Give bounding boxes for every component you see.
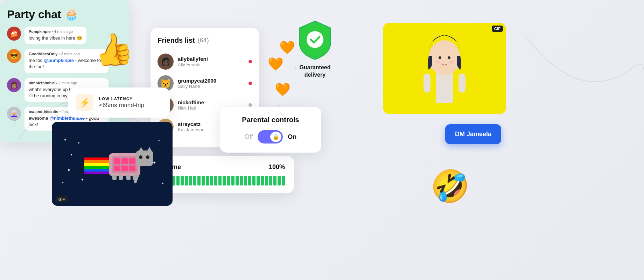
- chat-bubble-1: Pumpkinpie • 4 mins ago loving the vibes…: [24, 27, 86, 44]
- friend-dot-1: [248, 60, 252, 63]
- uptime-bar: [206, 176, 209, 186]
- heart-2: 🧡: [268, 57, 284, 71]
- friend-avatar-1: 👩🏿: [158, 54, 174, 70]
- chat-text-1: loving the vibes in here 😊: [29, 35, 82, 41]
- uptime-bar: [252, 176, 255, 186]
- uptime-bar: [231, 176, 234, 186]
- nyan-gif-badge: GIF: [56, 196, 67, 202]
- uptime-bar: [240, 176, 243, 186]
- friend-name-3: nickoftime: [178, 99, 244, 105]
- svg-point-0: [307, 31, 323, 48]
- uptime-bar: [202, 176, 205, 186]
- friend-dot-3: [248, 103, 252, 107]
- svg-point-2: [429, 40, 460, 75]
- party-chat-card: Party chat 🧁 🍰 Pumpkinpie • 4 mins ago l…: [0, 0, 130, 142]
- friend-real-2: Sally Harte: [178, 84, 244, 89]
- uptime-bar: [210, 176, 213, 186]
- svg-rect-7: [424, 74, 430, 93]
- svg-rect-8: [458, 74, 465, 93]
- anime-gif-badge: GIF: [492, 26, 503, 32]
- friends-list-title: Friends list: [158, 36, 195, 44]
- uptime-bar: [197, 176, 201, 186]
- uptime-bar: [265, 176, 268, 186]
- friend-name-1: allyballyfeni: [178, 56, 244, 62]
- friend-item-1: 👩🏿 allyballyfeni Ally Fenobi: [158, 51, 252, 72]
- svg-point-6: [449, 60, 454, 64]
- uptime-bar: [227, 176, 230, 186]
- chat-meta-3: nimblethimble • 2 mins ago: [29, 81, 104, 85]
- svg-point-5: [435, 60, 440, 64]
- uptime-bar: [172, 176, 175, 186]
- rofl-emoji: 🤣: [430, 168, 470, 205]
- arrow-up-1: ↑: [13, 117, 17, 125]
- uptime-bar: [248, 176, 251, 186]
- friend-real-1: Ally Fenobi: [178, 62, 244, 67]
- uptime-bar: [181, 176, 184, 186]
- nyan-cat-gif: ✦ ✦ ✦ ✦ ✦ ✦ ✦ ✦ ✦: [52, 122, 173, 206]
- toggle-off-label: Off: [245, 133, 253, 141]
- delivery-badge: Guaranteeddelivery: [296, 19, 334, 79]
- uptime-bar: [282, 176, 285, 186]
- uptime-bar: [269, 176, 272, 186]
- uptime-bar: [244, 176, 247, 186]
- uptime-bar: [189, 176, 192, 186]
- uptime-bar: [261, 176, 264, 186]
- uptime-bar: [176, 176, 180, 186]
- friends-count: (64): [198, 37, 209, 44]
- uptime-bars: [160, 176, 285, 186]
- svg-point-4: [448, 56, 450, 59]
- party-chat-title: Party chat 🧁: [7, 8, 122, 21]
- parental-controls-title: Parental controls: [230, 116, 312, 124]
- friend-dot-2: [248, 82, 252, 85]
- anime-gif: GIF: [383, 23, 506, 114]
- thumbs-up-emoji: 👍: [91, 28, 136, 71]
- shield-icon: [296, 19, 334, 61]
- parental-controls-card: Parental controls Off 🔒 On: [220, 107, 321, 153]
- toggle-on-label: On: [288, 133, 296, 141]
- arrow-up-2: ↑: [55, 112, 59, 120]
- toggle-thumb: 🔒: [270, 132, 281, 142]
- chat-avatar-3: 👩🏽: [7, 78, 21, 92]
- parental-toggle[interactable]: 🔒: [258, 130, 283, 144]
- latency-value: <65ms round-trip: [99, 102, 144, 109]
- uptime-bar: [193, 176, 196, 186]
- latency-card: ⚡ LOW LATENCY <65ms round-trip: [68, 88, 170, 118]
- chat-meta-2: GoodVibesOnly • 3 mins ago: [29, 52, 104, 56]
- svg-point-3: [439, 56, 441, 59]
- uptime-bar: [273, 176, 276, 186]
- chat-avatar-1: 🍰: [7, 27, 21, 41]
- latency-label: LOW LATENCY: [99, 97, 144, 101]
- uptime-bar: [185, 176, 188, 186]
- delivery-text: Guaranteeddelivery: [300, 64, 331, 79]
- uptime-bar: [218, 176, 222, 186]
- uptime-percentage: 100%: [269, 163, 285, 171]
- chat-avatar-2: 😎: [7, 49, 21, 63]
- svg-rect-1: [436, 72, 453, 103]
- friend-name-2: grumpycat2000: [178, 78, 244, 84]
- uptime-bar: [257, 176, 260, 186]
- uptime-bar: [223, 176, 226, 186]
- uptime-bar: [236, 176, 239, 186]
- latency-icon: ⚡: [76, 94, 93, 111]
- heart-1: 🧡: [279, 40, 295, 55]
- uptime-bar: [214, 176, 217, 186]
- uptime-bar: [278, 176, 281, 186]
- chat-text-2: me too @pumpkinpie - welcome to the fun!: [29, 57, 104, 70]
- friend-item-2: 😾 grumpycat2000 Sally Harte: [158, 72, 252, 94]
- heart-3: 🧡: [275, 82, 290, 97]
- chat-meta-1: Pumpkinpie • 4 mins ago: [29, 29, 82, 34]
- dm-jameela-button[interactable]: DM Jameela: [445, 124, 501, 144]
